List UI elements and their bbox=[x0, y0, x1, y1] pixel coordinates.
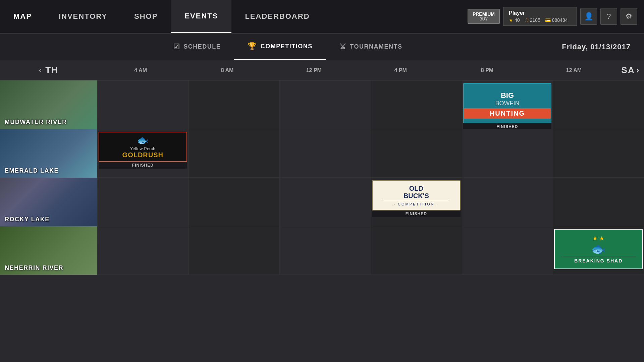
nav-leaderboard[interactable]: LEADERBOARD bbox=[231, 0, 323, 33]
next-arrow-icon[interactable]: › bbox=[636, 65, 640, 75]
goldrush-text: GOLDRUSH bbox=[122, 151, 163, 159]
schedule-icon: ☑ bbox=[173, 43, 180, 51]
rocky-thumbnail[interactable]: ROCKY LAKE bbox=[0, 178, 97, 226]
stars-value: 40 bbox=[515, 17, 520, 23]
time-4pm: 4 PM bbox=[357, 67, 444, 73]
buy-label: BUY bbox=[473, 17, 495, 21]
nav-right: PREMIUM BUY Player ★ 40 ⬡ 2185 💳 888484 bbox=[468, 7, 644, 26]
time-12pm: 12 PM bbox=[271, 67, 357, 73]
grid-cell bbox=[279, 129, 371, 177]
grid-cell bbox=[462, 129, 553, 177]
event-bowfin-card[interactable]: BIG BOWFIN HUNTING FINISHED bbox=[463, 83, 552, 123]
grid-cell bbox=[371, 226, 462, 275]
nav-map[interactable]: MAP bbox=[0, 0, 45, 33]
bowfin-hunting: HUNTING bbox=[464, 108, 551, 119]
emerald-grid: 🐟 Yellow Perch GOLDRUSH FINISHED bbox=[97, 129, 644, 177]
star2: ★ bbox=[599, 235, 604, 242]
friends-button[interactable]: 👤 bbox=[580, 8, 597, 25]
nav-shop[interactable]: SHOP bbox=[121, 0, 171, 33]
grid-cell bbox=[279, 226, 371, 275]
player-coins: ⬡ 2185 bbox=[525, 17, 540, 23]
grid-cell bbox=[189, 80, 280, 129]
breaking-fish-icon: 🐟 bbox=[591, 242, 606, 256]
current-date: Friday, 01/13/2017 bbox=[562, 43, 631, 51]
breaking-card-inner: ★ ★ 🐟 BREAKING SHAD bbox=[554, 229, 643, 269]
coins-value: 2185 bbox=[530, 17, 540, 23]
perch-status: FINISHED bbox=[99, 162, 187, 169]
trophy-icon: 🏆 bbox=[248, 42, 257, 51]
grid-cell bbox=[462, 226, 553, 275]
schedule-label: SCHEDULE bbox=[183, 43, 221, 50]
grid-cell bbox=[189, 226, 280, 275]
competitions-label: COMPETITIONS bbox=[261, 43, 313, 50]
prev-day-label: TH bbox=[45, 65, 58, 75]
grid-cell bbox=[371, 129, 462, 177]
premium-label: PREMIUM bbox=[473, 11, 495, 17]
player-info-panel: Player ★ 40 ⬡ 2185 💳 888484 bbox=[503, 7, 577, 26]
sub-navigation: ☑ SCHEDULE 🏆 COMPETITIONS ⚔ TOURNAMENTS … bbox=[0, 34, 644, 60]
money-icon: 💳 bbox=[545, 17, 551, 23]
mudwater-thumbnail[interactable]: MUDWATER RIVER bbox=[0, 80, 97, 129]
bowfin-big: BIG bbox=[495, 91, 519, 100]
prev-arrow-icon[interactable]: ‹ bbox=[39, 66, 42, 75]
mudwater-grid: BIG BOWFIN HUNTING FINISHED bbox=[97, 80, 644, 129]
swords-icon: ⚔ bbox=[339, 43, 347, 51]
event-breaking-card[interactable]: ★ ★ 🐟 BREAKING SHAD bbox=[554, 229, 643, 269]
neherrin-thumbnail[interactable]: NEHERRIN RIVER bbox=[0, 226, 97, 275]
calendar-header: ‹ TH 4 AM 8 AM 12 PM 4 PM 8 PM 12 AM SA … bbox=[0, 60, 644, 80]
perch-text: Yellow Perch bbox=[130, 146, 155, 151]
help-button[interactable]: ? bbox=[600, 8, 617, 25]
grid-cell bbox=[97, 226, 189, 275]
bowfin-card-inner: BIG BOWFIN HUNTING bbox=[463, 83, 552, 123]
time-8pm: 8 PM bbox=[444, 67, 530, 73]
tab-tournaments[interactable]: ⚔ TOURNAMENTS bbox=[326, 34, 416, 60]
settings-button[interactable]: ⚙ bbox=[621, 8, 637, 25]
next-day-nav[interactable]: SA › bbox=[617, 65, 644, 75]
row-rocky: ROCKY LAKE OLD BUCK'S · COMPETITION · bbox=[0, 178, 644, 226]
grid-cell bbox=[279, 80, 371, 129]
grid-cell bbox=[462, 178, 553, 226]
event-oldbucks-card[interactable]: OLD BUCK'S · COMPETITION · FINISHED bbox=[372, 180, 461, 221]
oldbucks-title: OLD BUCK'S bbox=[404, 185, 429, 199]
fish-icon: 🐟 bbox=[137, 135, 149, 146]
grid-cell bbox=[553, 178, 644, 226]
player-stars: ★ 40 bbox=[509, 17, 520, 23]
event-perch-card[interactable]: 🐟 Yellow Perch GOLDRUSH FINISHED bbox=[99, 132, 187, 172]
grid-cell bbox=[97, 178, 189, 226]
nav-events[interactable]: EVENTS bbox=[171, 0, 231, 33]
time-4am: 4 AM bbox=[97, 67, 184, 73]
calendar-body[interactable]: MUDWATER RIVER BIG BOWFIN HUNTING bbox=[0, 80, 644, 362]
rocky-grid: OLD BUCK'S · COMPETITION · FINISHED bbox=[97, 178, 644, 226]
tab-schedule[interactable]: ☑ SCHEDULE bbox=[160, 34, 234, 60]
emerald-label: EMERALD LAKE bbox=[0, 129, 97, 178]
sub-nav-tabs: ☑ SCHEDULE 🏆 COMPETITIONS ⚔ TOURNAMENTS bbox=[13, 34, 562, 60]
tab-competitions[interactable]: 🏆 COMPETITIONS bbox=[234, 34, 326, 60]
grid-cell bbox=[553, 129, 644, 177]
neherrin-label: NEHERRIN RIVER bbox=[0, 226, 97, 275]
star-icon: ★ bbox=[509, 17, 513, 23]
row-mudwater: MUDWATER RIVER BIG BOWFIN HUNTING bbox=[0, 80, 644, 129]
rocky-label: ROCKY LAKE bbox=[0, 178, 97, 226]
mudwater-label: MUDWATER RIVER bbox=[0, 80, 97, 129]
breaking-stars: ★ ★ bbox=[592, 235, 604, 242]
breaking-shad-text: BREAKING SHAD bbox=[561, 257, 636, 263]
next-day-label: SA bbox=[622, 65, 635, 75]
oldbucks-status: FINISHED bbox=[372, 210, 461, 217]
prev-day-nav[interactable]: ‹ TH bbox=[0, 65, 97, 75]
emerald-thumbnail[interactable]: EMERALD LAKE bbox=[0, 129, 97, 178]
nav-inventory[interactable]: INVENTORY bbox=[45, 0, 121, 33]
grid-cell bbox=[189, 129, 280, 177]
row-emerald: EMERALD LAKE 🐟 Yellow Perch GOLDRUSH FIN… bbox=[0, 129, 644, 178]
money-value: 888484 bbox=[552, 17, 568, 23]
bowfin-title: BIG BOWFIN bbox=[492, 88, 522, 107]
grid-cell bbox=[371, 80, 462, 129]
time-12am: 12 AM bbox=[531, 67, 617, 73]
premium-button[interactable]: PREMIUM BUY bbox=[468, 9, 500, 24]
neherrin-grid: ★ ★ 🐟 BREAKING SHAD bbox=[97, 226, 644, 275]
time-slots: 4 AM 8 AM 12 PM 4 PM 8 PM 12 AM bbox=[97, 67, 617, 73]
bowfin-status: FINISHED bbox=[463, 123, 552, 129]
grid-cell bbox=[553, 80, 644, 129]
star1: ★ bbox=[592, 235, 598, 242]
coin-icon: ⬡ bbox=[525, 17, 529, 23]
row-neherrin: NEHERRIN RIVER ★ ★ 🐟 BREAK bbox=[0, 226, 644, 275]
